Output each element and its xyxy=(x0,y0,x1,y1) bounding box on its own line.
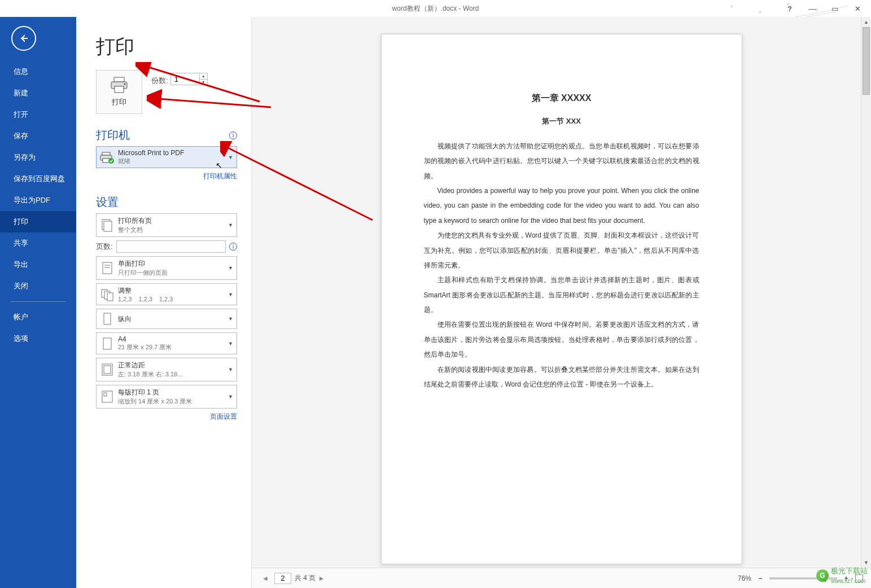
titlebar: word教程（新）.docx - Word ? ― ▭ ✕ xyxy=(0,0,871,17)
orient-icon xyxy=(100,311,115,326)
sidebar-item-0[interactable]: 信息 xyxy=(0,61,76,82)
chevron-down-icon: ▼ xyxy=(228,341,233,346)
setting-dropdown-papersize[interactable]: A421 厘米 x 29.7 厘米▼ xyxy=(96,332,237,354)
sidebar-item-4[interactable]: 另存为 xyxy=(0,147,76,168)
info-icon[interactable]: i xyxy=(229,243,237,251)
setting-dropdown-orient[interactable]: 纵向▼ xyxy=(96,309,237,329)
sidebar-separator xyxy=(10,301,66,302)
sidebar-footer-item-0[interactable]: 帐户 xyxy=(0,306,76,328)
close-icon[interactable]: ✕ xyxy=(846,2,869,15)
scroll-up-icon[interactable]: ▲ xyxy=(861,17,871,27)
printer-status-icon xyxy=(100,150,115,165)
svg-point-3 xyxy=(124,84,126,85)
main-area: 打印 打印 份数: ▲▼ 打印机 xyxy=(76,17,871,588)
doc-paragraph: Video provides a powerful way to help yo… xyxy=(424,183,699,228)
next-page-button[interactable]: ► xyxy=(316,574,327,582)
doc-paragraph: 在新的阅读视图中阅读更加容易。可以折叠文档某些部分并关注所需文本。如果在达到结尾… xyxy=(424,362,699,392)
setting-dropdown-pages[interactable]: 打印所有页整个文档▼ xyxy=(96,213,237,237)
sidebar-item-6[interactable]: 导出为PDF xyxy=(0,190,76,211)
copies-label: 份数: xyxy=(151,76,168,86)
sidebar-item-10[interactable]: 关闭 xyxy=(0,275,76,297)
svg-point-7 xyxy=(108,158,114,164)
chevron-down-icon: ▼ xyxy=(228,292,233,297)
svg-rect-9 xyxy=(104,221,112,231)
doc-paragraph: 使用在需要位置出现的新按钮在 Word 中保存时间。若要更改图片适应文档的方式，… xyxy=(424,317,699,362)
zoom-out-button[interactable]: − xyxy=(756,574,765,582)
print-button[interactable]: 打印 xyxy=(96,70,142,114)
page-count: 共 4 页 xyxy=(295,573,316,583)
spinner-up-icon[interactable]: ▲ xyxy=(200,73,207,80)
printer-name: Microsoft Print to PDF xyxy=(118,149,226,157)
chevron-down-icon: ▼ xyxy=(228,367,233,372)
scroll-thumb[interactable] xyxy=(863,27,870,95)
zoom-value: 76% xyxy=(738,574,751,582)
pages-input[interactable] xyxy=(116,240,226,253)
window-title: word教程（新）.docx - Word xyxy=(392,4,479,14)
printer-icon xyxy=(110,77,129,94)
svg-rect-10 xyxy=(103,262,112,274)
svg-rect-17 xyxy=(103,338,111,349)
setting-dropdown-margins[interactable]: 正常边距左: 3.18 厘米 右: 3.18...▼ xyxy=(96,358,237,381)
svg-rect-0 xyxy=(114,77,124,82)
print-panel: 打印 打印 份数: ▲▼ 打印机 xyxy=(76,17,251,588)
papersize-icon xyxy=(100,336,115,351)
settings-section-title: 设置 xyxy=(96,195,119,210)
prev-page-button[interactable]: ◄ xyxy=(260,574,271,582)
pages-label: 页数: xyxy=(96,242,113,252)
print-preview: 第一章 XXXXX 第一节 XXX 视频提供了功能强大的方法帮助您证明您的观点。… xyxy=(251,17,871,588)
back-arrow-icon xyxy=(18,33,29,44)
printer-section-title: 打印机 xyxy=(96,128,130,143)
sidebar-item-2[interactable]: 打开 xyxy=(0,104,76,125)
file-sidebar: 信息新建打开保存另存为保存到百度网盘导出为PDF打印共享导出关闭 帐户选项 xyxy=(0,17,76,588)
page-setup-link[interactable]: 页面设置 xyxy=(96,412,237,422)
maximize-icon[interactable]: ▭ xyxy=(824,2,846,15)
doc-paragraph: 主题和样式也有助于文档保持协调。当您单击设计并选择新的主题时，图片、图表或 Sm… xyxy=(424,273,699,317)
print-button-label: 打印 xyxy=(112,97,126,107)
setting-dropdown-collate[interactable]: 调整1,2,31,2,31,2,3▼ xyxy=(96,283,237,305)
watermark: G 极光下载站 www.xz7.com xyxy=(816,566,868,585)
chevron-down-icon: ▼ xyxy=(228,316,233,322)
collate-icon xyxy=(100,287,115,302)
setting-dropdown-duplex[interactable]: 单面打印只打印一侧的页面▼ xyxy=(96,256,237,280)
page-number-input[interactable] xyxy=(274,573,291,584)
watermark-url: www.xz7.com xyxy=(831,578,865,584)
watermark-icon: G xyxy=(816,569,829,582)
panel-title: 打印 xyxy=(96,34,237,60)
nup-icon xyxy=(100,389,115,404)
spinner-down-icon[interactable]: ▼ xyxy=(200,80,207,85)
printer-status: 就绪 xyxy=(118,157,226,165)
sidebar-footer-item-1[interactable]: 选项 xyxy=(0,328,76,349)
duplex-icon xyxy=(100,261,115,275)
doc-chapter: 第一章 XXXXX xyxy=(424,88,699,108)
doc-paragraph: 视频提供了功能强大的方法帮助您证明您的观点。当您单击联机视频时，可以在想要添加的… xyxy=(424,139,699,183)
svg-rect-4 xyxy=(102,152,110,155)
svg-rect-15 xyxy=(107,293,113,301)
sidebar-item-5[interactable]: 保存到百度网盘 xyxy=(0,168,76,190)
copies-input[interactable] xyxy=(170,73,200,85)
printer-dropdown[interactable]: Microsoft Print to PDF 就绪 ▼ xyxy=(96,146,237,168)
document-page: 第一章 XXXXX 第一节 XXX 视频提供了功能强大的方法帮助您证明您的观点。… xyxy=(381,34,742,564)
help-icon[interactable]: ? xyxy=(778,2,801,15)
sidebar-item-1[interactable]: 新建 xyxy=(0,82,76,104)
back-button[interactable] xyxy=(11,26,36,51)
margins-icon xyxy=(100,362,115,377)
doc-section: 第一节 XXX xyxy=(424,113,699,130)
minimize-icon[interactable]: ― xyxy=(801,2,824,15)
sidebar-item-3[interactable]: 保存 xyxy=(0,125,76,147)
printer-properties-link[interactable]: 打印机属性 xyxy=(96,172,237,181)
svg-rect-16 xyxy=(104,313,111,324)
setting-dropdown-nup[interactable]: 每版打印 1 页缩放到 14 厘米 x 20.3 厘米▼ xyxy=(96,385,237,409)
chevron-down-icon: ▼ xyxy=(228,155,233,160)
vertical-scrollbar[interactable]: ▲ ▼ xyxy=(861,17,871,568)
sidebar-item-8[interactable]: 共享 xyxy=(0,232,76,254)
sidebar-item-7[interactable]: 打印 xyxy=(0,211,76,232)
chevron-down-icon: ▼ xyxy=(228,394,233,400)
info-icon[interactable]: i xyxy=(229,131,237,139)
sidebar-item-9[interactable]: 导出 xyxy=(0,254,76,275)
svg-rect-2 xyxy=(115,86,124,93)
chevron-down-icon: ▼ xyxy=(228,222,233,228)
preview-footer: ◄ 共 4 页 ► 76% − + xyxy=(252,568,871,588)
copies-spinner[interactable]: ▲▼ xyxy=(200,73,208,85)
chevron-down-icon: ▼ xyxy=(228,265,233,271)
pages-icon xyxy=(100,218,115,232)
